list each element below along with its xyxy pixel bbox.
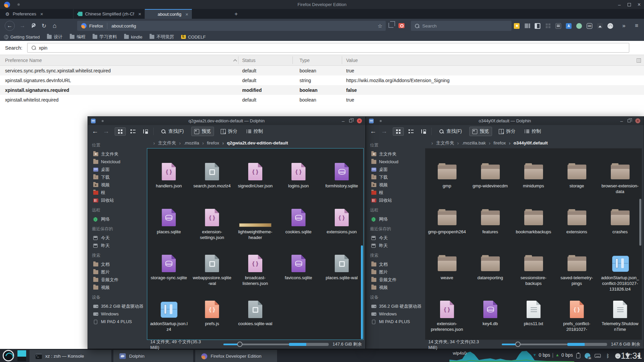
- places-entry[interactable]: 桌面: [369, 166, 423, 173]
- places-entry[interactable]: 设备: [92, 295, 147, 300]
- places-entry[interactable]: 搜索: [370, 253, 425, 258]
- config-search-input[interactable]: xpin: [27, 43, 629, 53]
- file-item[interactable]: gmp: [426, 162, 468, 208]
- places-entry[interactable]: MI PAD 4 PLUS: [369, 318, 423, 325]
- file-item[interactable]: pkcs11.txt: [513, 300, 554, 340]
- file-item[interactable]: handlers.json: [148, 162, 190, 208]
- icons-view-button[interactable]: [393, 127, 404, 136]
- places-entry[interactable]: Nextcloud: [91, 158, 145, 166]
- bookmark-star-icon[interactable]: ☆: [378, 23, 382, 29]
- file-item[interactable]: places.sqlite: [148, 208, 190, 254]
- places-entry[interactable]: 远程: [92, 207, 147, 213]
- places-entry[interactable]: Windows: [369, 310, 423, 318]
- browser-tab[interactable]: about:config ×: [145, 9, 192, 19]
- breadcrumb-item[interactable]: firefox: [199, 140, 219, 146]
- places-entry[interactable]: 图片: [91, 268, 145, 276]
- search-bar[interactable]: Search: [411, 21, 512, 31]
- file-item[interactable]: crashes: [599, 208, 641, 254]
- sync-icon[interactable]: ↔: [615, 353, 621, 359]
- breadcrumb-item[interactable]: .mozilla: [176, 140, 199, 146]
- file-item[interactable]: extensions: [556, 208, 598, 254]
- preference-row[interactable]: xpinstall.whitelist.required default boo…: [0, 95, 644, 105]
- file-item[interactable]: saved-telemetry-pings: [556, 254, 598, 300]
- column-preference-name[interactable]: Preference Name: [5, 58, 42, 63]
- extension-icon[interactable]: [535, 23, 540, 29]
- split-button[interactable]: 拆分: [496, 127, 518, 136]
- file-item[interactable]: lightweighttheme-header: [234, 208, 276, 254]
- clipboard-icon[interactable]: [576, 353, 580, 358]
- details-view-button[interactable]: [140, 128, 151, 135]
- extension-icon[interactable]: [607, 23, 613, 29]
- bookmark-item[interactable]: 设计: [47, 34, 62, 40]
- forward-button[interactable]: →: [17, 19, 28, 33]
- breadcrumb-item[interactable]: .mozilla.bak: [454, 140, 486, 146]
- home-button[interactable]: ⌂: [50, 19, 60, 33]
- find-button[interactable]: 查找(F): [158, 127, 186, 136]
- file-item[interactable]: webappsstore.sqlite-wal: [191, 254, 233, 300]
- places-entry[interactable]: 视频: [369, 181, 423, 189]
- preference-row[interactable]: services.sync.prefs.sync.xpinstall.white…: [0, 66, 644, 75]
- new-tab-button[interactable]: +: [231, 9, 241, 19]
- breadcrumb-item[interactable]: q2gwia2t.dev-edition-default: [219, 140, 288, 146]
- split-button[interactable]: 拆分: [218, 127, 240, 136]
- file-item[interactable]: signedInUser.json: [234, 162, 276, 208]
- slider-knob[interactable]: [515, 342, 521, 347]
- file-item[interactable]: storage-sync.sqlite: [148, 254, 190, 300]
- file-item[interactable]: bookmarkbackups: [513, 208, 554, 254]
- file-item[interactable]: extensions.json: [321, 208, 363, 254]
- details-view-button[interactable]: [418, 128, 429, 135]
- file-item[interactable]: gmp-widevinecdm: [470, 162, 511, 208]
- breadcrumb-item[interactable]: 主文件夹: [150, 140, 176, 146]
- places-entry[interactable]: MI PAD 4 PLUS: [91, 318, 145, 325]
- task-button[interactable]: xz : zsh — Konsole: [30, 350, 111, 362]
- breadcrumb-item[interactable]: o344yl0f.default: [506, 140, 548, 146]
- file-item[interactable]: addonStartup.json.lz4: [148, 300, 190, 340]
- extension-icon[interactable]: [587, 23, 592, 29]
- places-entry[interactable]: 网络: [369, 215, 423, 223]
- back-button[interactable]: ←: [370, 128, 376, 135]
- column-value[interactable]: Value: [346, 58, 358, 63]
- forward-button[interactable]: →: [381, 128, 387, 135]
- places-entry[interactable]: 视频: [369, 284, 423, 291]
- places-entry[interactable]: 昨天: [91, 242, 145, 249]
- file-item[interactable]: extension-preferences.json: [426, 300, 468, 340]
- places-entry[interactable]: 根: [369, 189, 423, 196]
- places-entry[interactable]: 文档: [91, 260, 145, 268]
- extension-icon[interactable]: [514, 23, 520, 29]
- compact-view-button[interactable]: [406, 128, 416, 135]
- bookmark-item[interactable]: 学习资料: [93, 34, 117, 40]
- places-entry[interactable]: 搜索: [92, 253, 147, 258]
- column-type[interactable]: Type: [300, 58, 310, 63]
- places-entry[interactable]: 桌面: [91, 166, 145, 173]
- close-button[interactable]: ×: [635, 118, 640, 123]
- column-picker-icon[interactable]: [637, 58, 641, 63]
- screenshot-camera-icon[interactable]: [398, 23, 405, 28]
- file-item[interactable]: weave: [426, 254, 468, 300]
- file-item[interactable]: prefs_conflict-20181027-: [556, 300, 598, 340]
- minimize-button[interactable]: –: [342, 118, 344, 124]
- zoom-slider[interactable]: [502, 344, 567, 345]
- task-button[interactable]: Dolphin: [113, 350, 193, 362]
- preview-button[interactable]: 预览: [191, 127, 214, 136]
- places-entry[interactable]: 音频文件: [369, 276, 423, 284]
- find-button[interactable]: 查找(F): [436, 127, 465, 136]
- places-entry[interactable]: 今天: [369, 234, 423, 242]
- extension-icon[interactable]: [576, 23, 582, 29]
- places-entry[interactable]: 昨天: [369, 242, 423, 249]
- file-item[interactable]: formhistory.sqlite: [321, 162, 363, 208]
- file-item[interactable]: sessionstore-backups: [513, 254, 554, 300]
- file-item[interactable]: places.sqlite-wal: [321, 254, 363, 300]
- keyboard-layout-icon[interactable]: [595, 354, 601, 358]
- file-item[interactable]: browser-extension-data: [599, 162, 641, 208]
- places-entry[interactable]: 回收站: [369, 196, 423, 204]
- file-item[interactable]: cookies.sqlite-wal: [234, 300, 276, 340]
- places-entry[interactable]: 今天: [91, 234, 145, 242]
- file-item[interactable]: features: [470, 208, 511, 254]
- close-button[interactable]: ×: [357, 118, 362, 123]
- bookmark-item[interactable]: kindle: [124, 35, 142, 40]
- control-button[interactable]: 控制: [522, 127, 544, 136]
- places-entry[interactable]: 主文件夹: [91, 150, 145, 158]
- developer-tools-button[interactable]: [28, 19, 38, 33]
- bookmark-item[interactable]: Getting Started: [4, 35, 40, 40]
- file-view[interactable]: handlers.json search.json.mozlz4 signedI…: [147, 148, 364, 340]
